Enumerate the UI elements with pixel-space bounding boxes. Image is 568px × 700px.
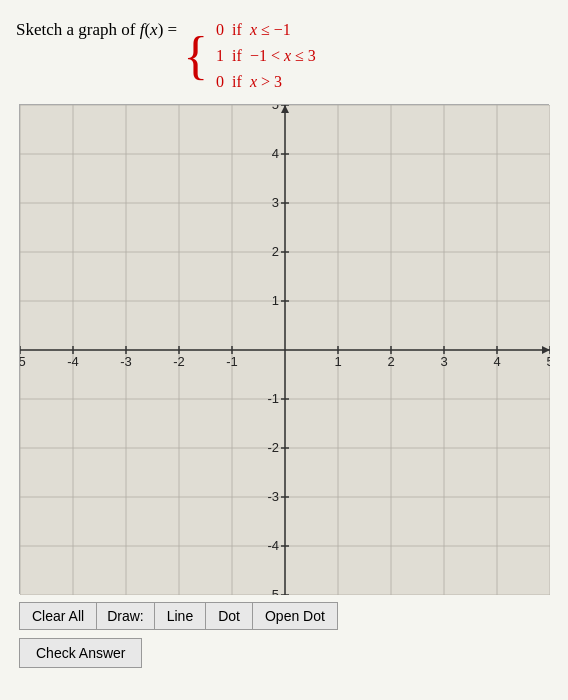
problem-statement: Sketch a graph of f(x) = { 0 if x ≤ −1 1…: [16, 18, 552, 94]
line-button[interactable]: Line: [155, 602, 206, 630]
case-1-value: 0: [216, 21, 224, 38]
case-1: 0 if x ≤ −1: [216, 18, 316, 42]
dot-button[interactable]: Dot: [206, 602, 253, 630]
graph-area[interactable]: [19, 104, 549, 594]
piecewise-cases: 0 if x ≤ −1 1 if −1 < x ≤ 3 0 if x > 3: [216, 18, 316, 94]
clear-all-button[interactable]: Clear All: [19, 602, 97, 630]
case-3-value: 0: [216, 73, 224, 90]
brace-icon: {: [183, 30, 208, 82]
check-answer-row: Check Answer: [19, 638, 549, 668]
draw-label: Draw:: [97, 602, 155, 630]
toolbar: Clear All Draw: Line Dot Open Dot: [19, 602, 549, 630]
check-answer-button[interactable]: Check Answer: [19, 638, 142, 668]
case-2-value: 1: [216, 47, 224, 64]
open-dot-button[interactable]: Open Dot: [253, 602, 338, 630]
case-2: 1 if −1 < x ≤ 3: [216, 44, 316, 68]
problem-label: Sketch a graph of f(x) =: [16, 18, 177, 40]
case-3: 0 if x > 3: [216, 70, 316, 94]
piecewise-function: { 0 if x ≤ −1 1 if −1 < x ≤ 3 0 if x > 3: [183, 18, 316, 94]
graph-canvas[interactable]: [20, 105, 550, 595]
